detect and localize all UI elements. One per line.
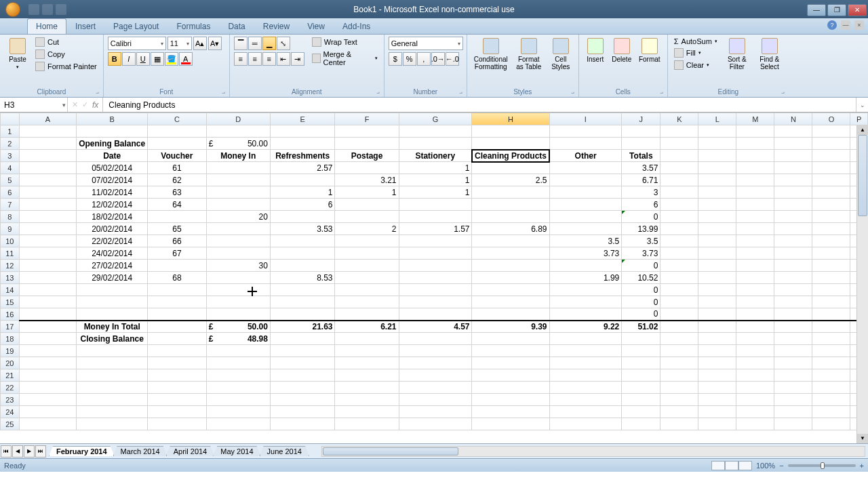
cell[interactable]	[19, 247, 77, 260]
cell[interactable]	[660, 174, 698, 186]
row-header[interactable]: 7	[1, 199, 20, 211]
sheet-tab[interactable]: May 2014	[213, 446, 260, 456]
cell[interactable]	[549, 199, 622, 211]
tab-view[interactable]: View	[298, 18, 334, 34]
cell[interactable]	[812, 199, 850, 211]
cell[interactable]	[812, 333, 850, 345]
cell[interactable]	[736, 211, 774, 223]
italic-button[interactable]: I	[122, 52, 136, 66]
cell[interactable]	[148, 418, 206, 430]
cell[interactable]	[206, 418, 270, 430]
cell[interactable]: 13.99	[622, 223, 660, 235]
cell[interactable]	[549, 186, 622, 199]
enter-formula-icon[interactable]: ✓	[82, 100, 88, 109]
col-header[interactable]: B	[77, 113, 148, 125]
cell[interactable]	[698, 150, 736, 162]
cell[interactable]	[77, 284, 148, 296]
cell[interactable]	[736, 321, 774, 333]
cell[interactable]: 3.73	[622, 247, 660, 260]
cell[interactable]	[148, 333, 206, 345]
cell[interactable]	[698, 321, 736, 333]
cell[interactable]	[549, 308, 622, 321]
cell[interactable]	[335, 406, 399, 418]
cell[interactable]	[206, 345, 270, 357]
cell[interactable]	[77, 394, 148, 406]
cell[interactable]: 68	[148, 272, 206, 284]
row-header[interactable]: 1	[1, 125, 20, 138]
cell[interactable]	[812, 186, 850, 199]
cell[interactable]	[736, 138, 774, 150]
row-header[interactable]: 11	[1, 247, 20, 260]
cell[interactable]: Other	[549, 150, 622, 162]
cell[interactable]: 27/02/2014	[77, 260, 148, 272]
cut-button[interactable]: Cut	[33, 37, 99, 47]
cell[interactable]: 30	[206, 260, 270, 272]
cell[interactable]	[736, 369, 774, 382]
cell[interactable]	[206, 382, 270, 394]
cell[interactable]	[812, 406, 850, 418]
align-top-button[interactable]: ▔	[234, 37, 248, 50]
cell[interactable]	[335, 296, 399, 308]
col-header[interactable]: K	[660, 113, 698, 125]
zoom-slider[interactable]	[788, 464, 856, 467]
page-layout-view-button[interactable]	[725, 461, 738, 470]
cell[interactable]	[698, 199, 736, 211]
sheet-tab[interactable]: March 2014	[113, 446, 167, 456]
cell[interactable]	[774, 260, 812, 272]
cell[interactable]	[472, 382, 549, 394]
cell[interactable]	[736, 345, 774, 357]
cell[interactable]: 9.39	[472, 321, 549, 333]
font-name-combo[interactable]: Calibri▾	[108, 37, 166, 50]
cell[interactable]	[774, 272, 812, 284]
col-header[interactable]: N	[774, 113, 812, 125]
maximize-button[interactable]: ❐	[827, 4, 846, 16]
cell[interactable]: 0	[622, 260, 660, 272]
cell[interactable]	[19, 284, 77, 296]
cell[interactable]	[335, 308, 399, 321]
cell[interactable]: 65	[148, 223, 206, 235]
row-header[interactable]: 12	[1, 260, 20, 272]
cell[interactable]	[206, 125, 270, 138]
tab-insert[interactable]: Insert	[66, 18, 104, 34]
cell[interactable]: 21.63	[270, 321, 335, 333]
cell[interactable]	[19, 357, 77, 369]
cell[interactable]	[472, 272, 549, 284]
cell[interactable]	[812, 150, 850, 162]
cell[interactable]	[812, 308, 850, 321]
cell[interactable]	[812, 345, 850, 357]
cell[interactable]	[774, 296, 812, 308]
cell[interactable]	[698, 235, 736, 247]
cell[interactable]	[472, 308, 549, 321]
autosum-button[interactable]: ΣAutoSum▾	[672, 37, 719, 46]
cell[interactable]	[19, 125, 77, 138]
cell[interactable]	[736, 162, 774, 174]
cell[interactable]	[399, 308, 472, 321]
cell[interactable]	[19, 138, 77, 150]
cell[interactable]	[399, 211, 472, 223]
cell[interactable]	[472, 357, 549, 369]
cell[interactable]	[774, 199, 812, 211]
row-header[interactable]: 17	[1, 321, 20, 333]
cell[interactable]	[774, 186, 812, 199]
cell[interactable]	[774, 174, 812, 186]
cell[interactable]	[270, 357, 335, 369]
prev-sheet-button[interactable]: ◀	[12, 445, 23, 458]
cell[interactable]	[660, 186, 698, 199]
cell[interactable]	[19, 369, 77, 382]
cell[interactable]: 1.99	[549, 272, 622, 284]
cell[interactable]	[549, 394, 622, 406]
underline-button[interactable]: U	[136, 52, 150, 66]
cell[interactable]	[812, 272, 850, 284]
cell[interactable]	[335, 235, 399, 247]
cell[interactable]	[335, 369, 399, 382]
cell[interactable]	[774, 394, 812, 406]
cell[interactable]	[270, 138, 335, 150]
cell[interactable]: 61	[148, 162, 206, 174]
cell[interactable]	[622, 125, 660, 138]
row-header[interactable]: 16	[1, 308, 20, 321]
cell[interactable]: 18/02/2014	[77, 211, 148, 223]
cell[interactable]	[270, 125, 335, 138]
cell[interactable]	[270, 418, 335, 430]
conditional-formatting-button[interactable]: Conditional Formatting	[471, 37, 511, 72]
cell[interactable]	[335, 247, 399, 260]
